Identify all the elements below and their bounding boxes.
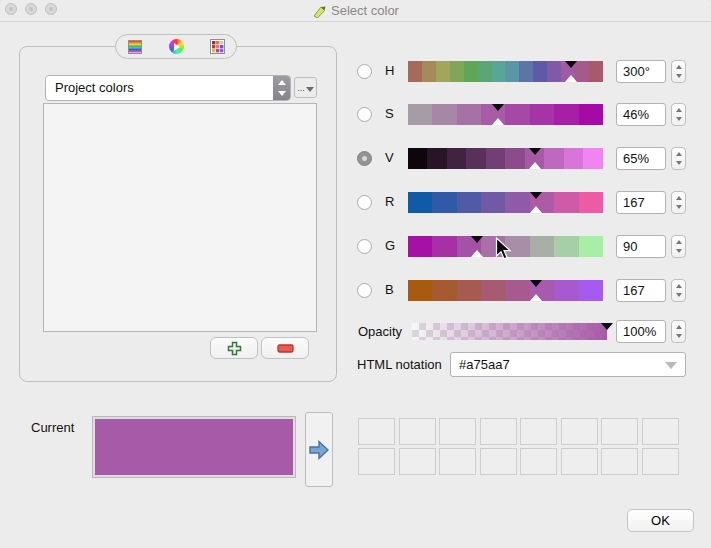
- html-notation-label: HTML notation: [357, 357, 442, 372]
- channel-label-v: V: [385, 150, 394, 165]
- palette-menu-button[interactable]: ...: [294, 77, 317, 98]
- opacity-row: Opacity 100%: [355, 320, 690, 343]
- swatch-cell[interactable]: [439, 418, 476, 445]
- value-input-b[interactable]: 167: [616, 279, 666, 302]
- channel-row-v: V 65%: [355, 147, 690, 170]
- swatch-cell[interactable]: [601, 448, 638, 475]
- blue-arrow-icon: [308, 439, 330, 461]
- opacity-slider[interactable]: [412, 323, 607, 340]
- swatch-cell[interactable]: [520, 418, 557, 445]
- qgis-app-icon: [312, 4, 326, 18]
- slider-v[interactable]: [408, 148, 603, 169]
- channel-label-h: H: [385, 63, 394, 78]
- window-title: Select color: [331, 3, 399, 18]
- value-input-s[interactable]: 46%: [616, 103, 666, 126]
- select-color-dialog: Select color Project colors ...: [0, 0, 711, 548]
- html-notation-dropdown-icon[interactable]: [665, 362, 677, 369]
- color-mode-tabs: [115, 34, 237, 59]
- swatch-cell[interactable]: [642, 448, 679, 475]
- swatch-cell[interactable]: [520, 448, 557, 475]
- spinner-b[interactable]: [671, 279, 686, 302]
- swatch-cell[interactable]: [561, 448, 598, 475]
- window-controls: [5, 3, 57, 15]
- swatch-cell[interactable]: [358, 418, 395, 445]
- slider-b[interactable]: [408, 280, 603, 301]
- swatch-cell[interactable]: [358, 448, 395, 475]
- color-swatches-icon: [210, 39, 225, 54]
- add-color-button[interactable]: [210, 337, 258, 359]
- spinner-g[interactable]: [671, 235, 686, 258]
- swatch-cell[interactable]: [399, 448, 436, 475]
- opacity-spinner[interactable]: [671, 320, 686, 343]
- swatch-cell[interactable]: [480, 448, 517, 475]
- html-notation-row: HTML notation #a75aa7: [355, 352, 690, 375]
- radio-b[interactable]: [357, 283, 372, 298]
- value-input-g[interactable]: 90: [616, 235, 666, 258]
- color-ramp-icon: [128, 40, 142, 54]
- value-input-h[interactable]: 300°: [616, 60, 666, 83]
- channel-label-g: G: [385, 238, 395, 253]
- radio-v[interactable]: [357, 151, 372, 166]
- spinner-v[interactable]: [671, 147, 686, 170]
- opacity-label: Opacity: [358, 324, 402, 339]
- color-wheel-tab[interactable]: [168, 38, 185, 55]
- slider-h[interactable]: [408, 61, 603, 82]
- value-input-r[interactable]: 167: [616, 191, 666, 214]
- channel-row-b: B 167: [355, 279, 690, 302]
- palette-menu-label: ...: [297, 83, 305, 93]
- palette-color-list[interactable]: [43, 103, 317, 332]
- combo-stepper-icon: [273, 76, 290, 100]
- radio-g[interactable]: [357, 239, 372, 254]
- palette-select[interactable]: Project colors: [45, 75, 291, 101]
- channel-row-s: S 46%: [355, 103, 690, 126]
- minimize-button[interactable]: [25, 3, 37, 15]
- value-input-v[interactable]: 65%: [616, 147, 666, 170]
- opacity-input[interactable]: 100%: [616, 320, 666, 343]
- slider-s[interactable]: [408, 104, 603, 125]
- radio-h[interactable]: [357, 64, 372, 79]
- spinner-h[interactable]: [671, 60, 686, 83]
- channel-row-g: G 90: [355, 235, 690, 258]
- ok-button[interactable]: OK: [627, 509, 694, 532]
- current-label: Current: [31, 420, 74, 435]
- color-wheel-icon: [169, 39, 184, 54]
- palette-select-value: Project colors: [55, 80, 134, 95]
- channel-row-r: R 167: [355, 191, 690, 214]
- close-button[interactable]: [5, 3, 17, 15]
- channel-label-b: B: [385, 282, 394, 297]
- swatch-cell[interactable]: [642, 418, 679, 445]
- channel-row-h: H 300°: [355, 60, 690, 83]
- spinner-r[interactable]: [671, 191, 686, 214]
- slider-g[interactable]: [408, 236, 603, 257]
- slider-r[interactable]: [408, 192, 603, 213]
- channel-label-s: S: [385, 106, 394, 121]
- swatch-cell[interactable]: [480, 418, 517, 445]
- html-notation-value: #a75aa7: [459, 357, 510, 372]
- remove-color-button[interactable]: [261, 337, 309, 359]
- radio-r[interactable]: [357, 195, 372, 210]
- swatch-cell[interactable]: [439, 448, 476, 475]
- radio-s[interactable]: [357, 107, 372, 122]
- zoom-button[interactable]: [45, 3, 57, 15]
- plus-icon: [227, 341, 242, 356]
- add-current-to-swatches-button[interactable]: [305, 412, 333, 487]
- color-ramp-tab[interactable]: [126, 38, 143, 55]
- spinner-s[interactable]: [671, 103, 686, 126]
- swatch-cell[interactable]: [601, 418, 638, 445]
- minus-icon: [277, 344, 294, 353]
- current-color-swatch: [92, 416, 296, 478]
- html-notation-input[interactable]: #a75aa7: [450, 352, 686, 377]
- channel-label-r: R: [385, 194, 394, 209]
- swatch-cell[interactable]: [399, 418, 436, 445]
- titlebar: Select color: [0, 0, 711, 22]
- saved-swatches-grid: [358, 418, 679, 475]
- menu-arrow-icon: [306, 87, 314, 92]
- color-swatches-tab[interactable]: [209, 38, 226, 55]
- swatch-cell[interactable]: [561, 418, 598, 445]
